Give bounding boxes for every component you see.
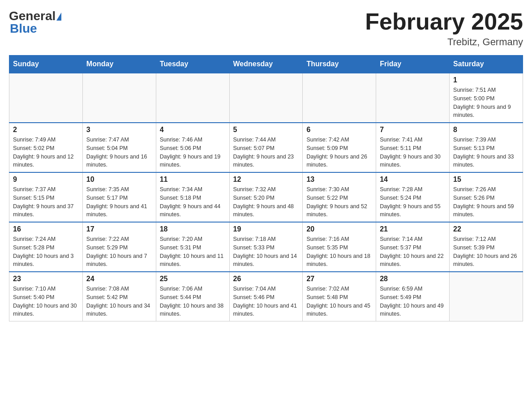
day-info: Sunrise: 7:30 AMSunset: 5:22 PMDaylight:…: [306, 185, 372, 219]
day-info: Sunrise: 7:35 AMSunset: 5:17 PMDaylight:…: [86, 185, 152, 219]
table-row: [450, 272, 523, 321]
table-row: 18Sunrise: 7:20 AMSunset: 5:31 PMDayligh…: [156, 222, 229, 272]
day-number: 6: [306, 126, 372, 134]
col-wednesday: Wednesday: [229, 56, 303, 73]
table-row: [229, 73, 303, 123]
table-row: 1Sunrise: 7:51 AMSunset: 5:00 PMDaylight…: [450, 73, 523, 123]
day-number: 11: [160, 176, 226, 184]
calendar-week-row: 2Sunrise: 7:49 AMSunset: 5:02 PMDaylight…: [9, 123, 523, 172]
table-row: 6Sunrise: 7:42 AMSunset: 5:09 PMDaylight…: [303, 123, 376, 172]
day-number: 21: [380, 225, 446, 233]
table-row: 19Sunrise: 7:18 AMSunset: 5:33 PMDayligh…: [229, 222, 303, 272]
table-row: 11Sunrise: 7:34 AMSunset: 5:18 PMDayligh…: [156, 172, 229, 222]
table-row: [376, 73, 450, 123]
day-info: Sunrise: 7:14 AMSunset: 5:37 PMDaylight:…: [380, 235, 446, 269]
day-info: Sunrise: 7:28 AMSunset: 5:24 PMDaylight:…: [380, 185, 446, 219]
day-info: Sunrise: 7:20 AMSunset: 5:31 PMDaylight:…: [160, 235, 226, 269]
col-thursday: Thursday: [303, 56, 376, 73]
day-info: Sunrise: 7:42 AMSunset: 5:09 PMDaylight:…: [306, 136, 372, 169]
table-row: [303, 73, 376, 123]
table-row: 9Sunrise: 7:37 AMSunset: 5:15 PMDaylight…: [9, 172, 83, 222]
day-number: 9: [13, 176, 79, 184]
day-info: Sunrise: 7:46 AMSunset: 5:06 PMDaylight:…: [160, 136, 226, 169]
day-number: 18: [160, 225, 226, 233]
table-row: 14Sunrise: 7:28 AMSunset: 5:24 PMDayligh…: [376, 172, 450, 222]
table-row: 27Sunrise: 7:02 AMSunset: 5:48 PMDayligh…: [303, 272, 376, 321]
logo-blue-text: Blue: [10, 21, 61, 36]
calendar-table: Sunday Monday Tuesday Wednesday Thursday…: [9, 55, 523, 321]
table-row: 8Sunrise: 7:39 AMSunset: 5:13 PMDaylight…: [450, 123, 523, 172]
table-row: 23Sunrise: 7:10 AMSunset: 5:40 PMDayligh…: [9, 272, 83, 321]
day-number: 19: [233, 225, 299, 233]
calendar-week-row: 9Sunrise: 7:37 AMSunset: 5:15 PMDaylight…: [9, 172, 523, 222]
table-row: 26Sunrise: 7:04 AMSunset: 5:46 PMDayligh…: [229, 272, 303, 321]
day-number: 1: [453, 76, 519, 84]
table-row: 2Sunrise: 7:49 AMSunset: 5:02 PMDaylight…: [9, 123, 83, 172]
table-row: 5Sunrise: 7:44 AMSunset: 5:07 PMDaylight…: [229, 123, 303, 172]
day-number: 17: [86, 225, 152, 233]
day-info: Sunrise: 7:49 AMSunset: 5:02 PMDaylight:…: [13, 136, 79, 169]
col-sunday: Sunday: [9, 56, 83, 73]
day-info: Sunrise: 7:41 AMSunset: 5:11 PMDaylight:…: [380, 136, 446, 169]
day-number: 26: [233, 275, 299, 283]
day-info: Sunrise: 7:37 AMSunset: 5:15 PMDaylight:…: [13, 185, 79, 219]
day-info: Sunrise: 6:59 AMSunset: 5:49 PMDaylight:…: [380, 285, 446, 318]
table-row: 28Sunrise: 6:59 AMSunset: 5:49 PMDayligh…: [376, 272, 450, 321]
day-number: 13: [306, 176, 372, 184]
page-header: General Blue February 2025 Trebitz, Germ…: [9, 9, 523, 48]
table-row: [156, 73, 229, 123]
day-number: 7: [380, 126, 446, 134]
day-info: Sunrise: 7:39 AMSunset: 5:13 PMDaylight:…: [453, 136, 519, 169]
day-number: 27: [306, 275, 372, 283]
table-row: [82, 73, 156, 123]
col-tuesday: Tuesday: [156, 56, 229, 73]
calendar-week-row: 1Sunrise: 7:51 AMSunset: 5:00 PMDaylight…: [9, 73, 523, 123]
table-row: 20Sunrise: 7:16 AMSunset: 5:35 PMDayligh…: [303, 222, 376, 272]
table-row: 7Sunrise: 7:41 AMSunset: 5:11 PMDaylight…: [376, 123, 450, 172]
day-number: 20: [306, 225, 372, 233]
day-number: 25: [160, 275, 226, 283]
calendar-subtitle: Trebitz, Germany: [365, 36, 523, 48]
day-info: Sunrise: 7:10 AMSunset: 5:40 PMDaylight:…: [13, 285, 79, 318]
day-number: 12: [233, 176, 299, 184]
table-row: 21Sunrise: 7:14 AMSunset: 5:37 PMDayligh…: [376, 222, 450, 272]
table-row: 25Sunrise: 7:06 AMSunset: 5:44 PMDayligh…: [156, 272, 229, 321]
day-number: 24: [86, 275, 152, 283]
day-number: 3: [86, 126, 152, 134]
day-number: 15: [453, 176, 519, 184]
title-area: February 2025 Trebitz, Germany: [365, 9, 523, 48]
table-row: 10Sunrise: 7:35 AMSunset: 5:17 PMDayligh…: [82, 172, 156, 222]
table-row: 16Sunrise: 7:24 AMSunset: 5:28 PMDayligh…: [9, 222, 83, 272]
table-row: 3Sunrise: 7:47 AMSunset: 5:04 PMDaylight…: [82, 123, 156, 172]
day-number: 28: [380, 275, 446, 283]
day-number: 8: [453, 126, 519, 134]
day-info: Sunrise: 7:26 AMSunset: 5:26 PMDaylight:…: [453, 185, 519, 219]
day-info: Sunrise: 7:04 AMSunset: 5:46 PMDaylight:…: [233, 285, 299, 318]
table-row: 13Sunrise: 7:30 AMSunset: 5:22 PMDayligh…: [303, 172, 376, 222]
table-row: 12Sunrise: 7:32 AMSunset: 5:20 PMDayligh…: [229, 172, 303, 222]
table-row: 24Sunrise: 7:08 AMSunset: 5:42 PMDayligh…: [82, 272, 156, 321]
day-info: Sunrise: 7:22 AMSunset: 5:29 PMDaylight:…: [86, 235, 152, 269]
calendar-title: February 2025: [365, 9, 523, 34]
col-saturday: Saturday: [450, 56, 523, 73]
day-number: 2: [13, 126, 79, 134]
day-info: Sunrise: 7:06 AMSunset: 5:44 PMDaylight:…: [160, 285, 226, 318]
day-number: 5: [233, 126, 299, 134]
day-number: 14: [380, 176, 446, 184]
day-info: Sunrise: 7:16 AMSunset: 5:35 PMDaylight:…: [306, 235, 372, 269]
day-info: Sunrise: 7:34 AMSunset: 5:18 PMDaylight:…: [160, 185, 226, 219]
calendar-week-row: 16Sunrise: 7:24 AMSunset: 5:28 PMDayligh…: [9, 222, 523, 272]
day-info: Sunrise: 7:08 AMSunset: 5:42 PMDaylight:…: [86, 285, 152, 318]
day-number: 10: [86, 176, 152, 184]
table-row: 17Sunrise: 7:22 AMSunset: 5:29 PMDayligh…: [82, 222, 156, 272]
calendar-week-row: 23Sunrise: 7:10 AMSunset: 5:40 PMDayligh…: [9, 272, 523, 321]
day-number: 4: [160, 126, 226, 134]
day-info: Sunrise: 7:18 AMSunset: 5:33 PMDaylight:…: [233, 235, 299, 269]
col-monday: Monday: [82, 56, 156, 73]
day-info: Sunrise: 7:24 AMSunset: 5:28 PMDaylight:…: [13, 235, 79, 269]
day-info: Sunrise: 7:44 AMSunset: 5:07 PMDaylight:…: [233, 136, 299, 169]
logo: General Blue: [9, 9, 61, 36]
day-number: 16: [13, 225, 79, 233]
table-row: [9, 73, 83, 123]
day-number: 22: [453, 225, 519, 233]
